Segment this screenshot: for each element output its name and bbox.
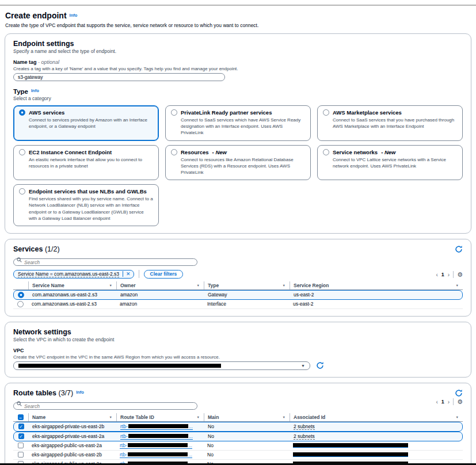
route-table-id-link[interactable]: rtb-... (120, 443, 192, 449)
type-option-marketplace[interactable]: AWS Marketplace services Connect to SaaS… (317, 105, 463, 141)
route-table-id-link[interactable]: rtb-... (120, 424, 193, 430)
refresh-icon (316, 361, 324, 369)
type-option-service-networks[interactable]: Service networks- New Connect to VPC Lat… (317, 145, 463, 181)
service-owner-cell: amazon (117, 291, 204, 299)
route-tables-search-input[interactable] (13, 402, 197, 410)
service-type-cell: Gateway (204, 291, 290, 299)
radio-icon[interactable] (323, 109, 329, 116)
checkbox-checked-icon[interactable]: ✓ (18, 424, 24, 429)
route-tables-refresh-button[interactable] (455, 389, 463, 397)
network-settings-title: Network settings (13, 328, 463, 336)
vpc-label: VPC (13, 348, 463, 353)
route-table-row[interactable]: ✓ eks-airgapped-private-us-east-2a rtb-.… (13, 432, 463, 441)
col-label: Name (32, 414, 45, 420)
type-option-label: Service networks (333, 149, 378, 155)
type-option-description: Connect to resources like Amazon Relatio… (181, 157, 305, 176)
sort-icon[interactable]: ▼ (197, 284, 200, 287)
route-tables-title-text: Route tables (13, 389, 56, 397)
clear-filters-button[interactable]: Clear filters (144, 270, 184, 279)
vpc-refresh-button[interactable] (316, 361, 324, 369)
selector-column (13, 284, 28, 287)
page-next-icon[interactable]: › (448, 272, 450, 278)
services-search-input[interactable] (13, 258, 197, 266)
service-region-cell: us-east-2 (290, 300, 463, 308)
route-table-row[interactable]: ✓ eks-airgapped-private-us-east-2b rtb-.… (13, 422, 463, 432)
sort-icon[interactable]: ▼ (283, 284, 285, 287)
radio-selected-icon[interactable] (19, 109, 25, 116)
radio-icon[interactable] (17, 301, 24, 307)
select-all-checkbox-indeterminate[interactable]: – (18, 414, 24, 420)
page-number[interactable]: 1 (441, 272, 444, 277)
route-tables-count: (3/7) (59, 389, 74, 397)
type-option-ec2-instance-connect[interactable]: EC2 Instance Connect Endpoint An elastic… (13, 145, 159, 181)
route-table-row[interactable]: eks-airgapped-public-us-east-2a rtb-... … (13, 441, 463, 451)
type-option-label: PrivateLink Ready partner services (181, 109, 272, 116)
route-table-row[interactable]: eks-airgapped-public-us-east-2b rtb-... … (13, 451, 463, 460)
vpc-select[interactable]: ▼ (13, 361, 310, 370)
services-table: Service Name▼ Owner▼ Type▼ Service Regio… (13, 281, 463, 309)
name-tag-optional-text: - optional (38, 59, 59, 65)
rtb-prefix: rtb- (120, 424, 128, 429)
route-table-id-link[interactable]: rtb-... (120, 452, 192, 458)
rt-main-cell: No (204, 441, 290, 449)
sort-icon[interactable]: ▼ (456, 416, 459, 419)
page-next-icon[interactable]: › (448, 399, 450, 405)
col-name: Name▼ (28, 413, 116, 421)
page-prev-icon[interactable]: ‹ (436, 399, 437, 405)
filter-token-close-icon[interactable]: ✕ (123, 271, 134, 277)
radio-icon[interactable] (19, 188, 25, 195)
services-settings-gear-icon[interactable]: ⚙ (457, 271, 463, 279)
checkbox-icon[interactable] (18, 443, 24, 448)
ellipsis: ... (189, 424, 193, 429)
name-tag-input[interactable] (13, 73, 225, 81)
rt-associated-link[interactable] (293, 452, 408, 457)
radio-icon[interactable] (323, 149, 329, 155)
name-tag-label: Name tag - optional (13, 59, 463, 65)
rt-name-cell: eks-airgapped-public-us-east-2a (28, 441, 116, 449)
rt-associated-link[interactable] (293, 443, 408, 448)
route-tables-info-link[interactable]: Info (76, 390, 84, 395)
page-prev-icon[interactable]: ‹ (436, 272, 437, 278)
checkbox-icon[interactable] (18, 452, 24, 458)
col-label: Route Table ID (120, 414, 154, 420)
sort-icon[interactable]: ▼ (283, 416, 285, 419)
type-option-resources[interactable]: Resources- New Connect to resources like… (165, 145, 311, 181)
rt-associated-cell[interactable]: 2 subnets (294, 433, 315, 440)
col-main: Main▼ (204, 413, 290, 421)
route-tables-settings-gear-icon[interactable]: ⚙ (457, 398, 463, 406)
col-label: Service Region (294, 283, 329, 288)
vpc-hint: Create the VPC endpoint in the VPC in th… (13, 355, 463, 360)
type-option-label: AWS Marketplace services (333, 109, 402, 116)
services-card: Services (1/2) Service Name = com.amazon… (5, 239, 471, 317)
type-option-nlb-gwlb[interactable]: Endpoint services that use NLBs and GWLB… (13, 184, 159, 226)
service-name-cell: com.amazonaws.us-east-2.s3 (28, 300, 116, 308)
services-refresh-button[interactable] (455, 245, 463, 253)
sort-icon[interactable]: ▼ (456, 284, 459, 287)
type-info-link[interactable]: Info (31, 88, 39, 93)
divider (139, 270, 139, 278)
col-label: Service Name (32, 283, 64, 288)
radio-icon[interactable] (19, 149, 25, 155)
radio-icon[interactable] (171, 109, 177, 116)
type-option-aws-services[interactable]: AWS services Connect to services provide… (13, 105, 159, 141)
service-row-interface[interactable]: com.amazonaws.us-east-2.s3 amazon Interf… (13, 300, 463, 309)
type-heading: TypeInfo (13, 88, 463, 95)
type-option-description: Connect to VPC Lattice service networks … (333, 157, 457, 169)
sort-icon[interactable]: ▼ (109, 284, 112, 287)
radio-selected-icon[interactable] (18, 292, 24, 298)
col-label: Associated Id (294, 414, 325, 420)
radio-icon[interactable] (171, 149, 177, 155)
route-table-id-link[interactable]: rtb-... (120, 433, 193, 440)
sort-icon[interactable]: ▼ (109, 416, 112, 419)
type-option-label: AWS services (29, 109, 64, 116)
service-row-gateway[interactable]: com.amazonaws.us-east-2.s3 amazon Gatewa… (13, 290, 463, 300)
type-option-privatelink-partner[interactable]: PrivateLink Ready partner services Conne… (165, 105, 311, 141)
redacted-associated-id (293, 443, 408, 447)
rt-associated-cell[interactable]: 2 subnets (294, 424, 315, 430)
route-tables-pagination: ‹ 1 › ⚙ (436, 398, 463, 406)
sort-icon[interactable]: ▼ (197, 416, 200, 419)
page-header: Create endpointInfo Create the type of V… (0, 6, 476, 28)
page-number[interactable]: 1 (441, 399, 444, 405)
page-info-link[interactable]: Info (70, 13, 78, 18)
checkbox-checked-icon[interactable]: ✓ (18, 433, 24, 439)
